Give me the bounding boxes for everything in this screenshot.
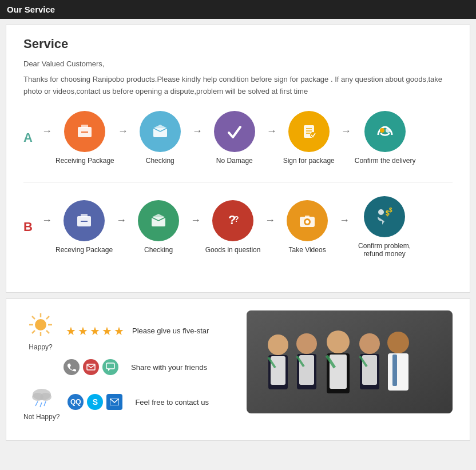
- flow-b-arrow-2: →: [191, 214, 201, 240]
- flow-a-step-5: Confirm the delivery: [355, 111, 416, 165]
- svg-text:?: ?: [234, 214, 239, 224]
- flow-b-label-1: Receving Package: [55, 246, 113, 254]
- intro-text: Thanks for choosing Ranipobo products.Pl…: [23, 74, 453, 98]
- not-happy-row: Not Happy? QQ S Feel free to contact us: [23, 383, 229, 421]
- bottom-section: Happy? ★ ★ ★ ★ ★ Please give us five-sta…: [6, 298, 470, 441]
- svg-point-55: [327, 330, 350, 353]
- svg-rect-1: [81, 125, 88, 128]
- share-icons: [64, 359, 118, 375]
- flow-a-arrow-0: →: [42, 125, 52, 151]
- cloud-icon-wrap: Not Happy?: [23, 383, 60, 421]
- happy-label: Happy?: [23, 343, 58, 351]
- svg-point-13: [386, 128, 390, 133]
- svg-rect-40: [106, 363, 114, 369]
- svg-text:$: $: [389, 207, 392, 213]
- star-1: ★: [66, 324, 76, 338]
- flow-a-section: A → Receiving Package → Checking →: [23, 111, 453, 165]
- svg-marker-4: [153, 125, 167, 128]
- flow-b-label-4: Take Videos: [288, 246, 326, 254]
- svg-rect-63: [392, 355, 397, 386]
- share-text: Share with your friends: [131, 363, 207, 372]
- flow-a-step-1: Receiving Package: [55, 111, 114, 165]
- flow-a-arrow-3: →: [267, 125, 277, 151]
- flow-a-label-2: Checking: [146, 157, 174, 165]
- svg-rect-39: [87, 364, 95, 370]
- happy-row: Happy? ★ ★ ★ ★ ★ Please give us five-sta…: [23, 310, 229, 351]
- page-header: Our Service: [0, 0, 476, 19]
- flow-a-step-2: Checking: [132, 111, 189, 165]
- svg-point-12: [380, 128, 384, 133]
- svg-point-52: [296, 333, 317, 354]
- flow-a-step-4: Sign for package: [280, 111, 338, 165]
- svg-point-61: [387, 332, 409, 353]
- flow-b-step-3: ? ? Goods in question: [204, 200, 261, 254]
- flow-a-arrow-1: →: [118, 125, 128, 151]
- flow-b-row: B → Receving Package → Checking →: [23, 196, 453, 258]
- flow-b-label-5: Confirm problem, refund money: [353, 242, 416, 258]
- svg-rect-54: [299, 355, 314, 385]
- star-3: ★: [90, 324, 100, 338]
- flow-a-arrow-4: →: [341, 125, 351, 151]
- phone-share-icon: [64, 359, 80, 375]
- flow-a-label-3: No Damage: [216, 157, 253, 165]
- flow-a-icon-1: [64, 111, 105, 152]
- flow-b-icon-3: ? ?: [212, 200, 253, 241]
- svg-rect-51: [271, 356, 285, 385]
- star-4: ★: [102, 324, 112, 338]
- svg-rect-62: [388, 353, 408, 391]
- flow-b-arrow-0: →: [42, 214, 52, 240]
- svg-rect-57: [330, 355, 347, 389]
- flow-b-arrow-3: →: [265, 214, 275, 240]
- flow-b-step-2: Checking: [130, 200, 187, 254]
- mail-share-icon: [83, 359, 99, 375]
- svg-point-49: [268, 334, 288, 355]
- svg-line-36: [46, 330, 49, 333]
- flow-b-arrow-1: →: [116, 214, 126, 240]
- svg-rect-60: [362, 355, 377, 385]
- svg-line-38: [32, 330, 35, 333]
- flow-a-icon-5: [364, 111, 406, 152]
- flow-a-arrow-2: →: [192, 125, 203, 151]
- section-divider: [23, 182, 453, 182]
- chat-share-icon: [102, 359, 118, 375]
- flow-b-icon-4: [287, 200, 328, 241]
- happy-side: Happy? ★ ★ ★ ★ ★ Please give us five-sta…: [23, 310, 229, 429]
- share-row: Share with your friends: [23, 359, 229, 375]
- flow-a-step-3: No Damage: [206, 111, 263, 165]
- flow-b-icon-2: [138, 200, 179, 241]
- flow-b-section: B → Receving Package → Checking →: [23, 196, 453, 258]
- svg-point-30: [35, 319, 46, 330]
- svg-line-37: [46, 316, 49, 319]
- flow-b-arrow-4: →: [339, 214, 350, 240]
- svg-point-25: [306, 220, 309, 224]
- svg-line-44: [35, 401, 38, 406]
- skype-icon: S: [87, 394, 103, 410]
- svg-rect-15: [81, 214, 88, 217]
- five-stars: ★ ★ ★ ★ ★: [66, 324, 124, 338]
- svg-rect-26: [305, 216, 310, 218]
- flow-b-step-5: $ $ Confirm problem, refund money: [353, 196, 416, 258]
- flow-a-icon-3: [214, 111, 255, 152]
- star-5: ★: [114, 324, 124, 338]
- flow-b-label-3: Goods in question: [205, 246, 261, 254]
- flow-b-step-4: Take Videos: [279, 200, 336, 254]
- svg-point-27: [378, 209, 384, 215]
- flow-a-icon-2: [140, 111, 181, 152]
- not-happy-label: Not Happy?: [23, 413, 60, 421]
- qq-icon: QQ: [68, 394, 84, 410]
- flow-b-step-1: Receving Package: [55, 200, 113, 254]
- svg-line-45: [40, 403, 42, 407]
- svg-point-58: [359, 333, 380, 354]
- contact-icons: QQ S: [68, 394, 122, 410]
- email-icon: [106, 394, 122, 410]
- flow-a-letter: A: [23, 130, 35, 145]
- flow-b-letter: B: [23, 220, 35, 234]
- flow-a-label-1: Receiving Package: [55, 157, 114, 165]
- flow-a-label-4: Sign for package: [283, 157, 335, 165]
- star-2: ★: [78, 324, 88, 338]
- flow-b-label-2: Checking: [144, 246, 173, 254]
- flow-a-row: A → Receiving Package → Checking →: [23, 111, 453, 165]
- service-title: Service: [23, 37, 453, 51]
- svg-point-43: [40, 393, 51, 401]
- flow-a-icon-4: [288, 111, 330, 152]
